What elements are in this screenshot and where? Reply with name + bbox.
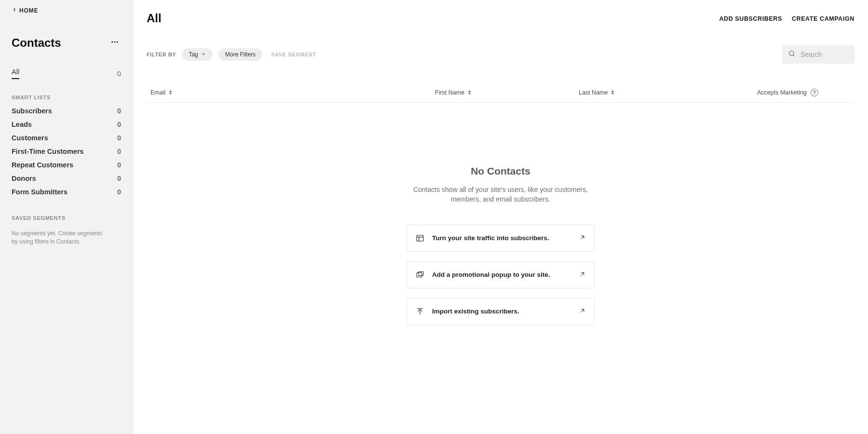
sidebar-item-count: 0 <box>117 148 121 155</box>
sidebar-item-all[interactable]: All 0 <box>12 65 121 82</box>
sidebar-item-label: All <box>12 68 19 79</box>
sidebar-item-leads[interactable]: Leads 0 <box>12 118 121 131</box>
action-card-import-subscribers[interactable]: Import existing subscribers. <box>407 298 595 325</box>
main-header: All ADD SUBSCRIBERS CREATE CAMPAIGN <box>147 12 854 25</box>
svg-point-3 <box>789 51 794 55</box>
sidebar-item-count: 0 <box>117 121 121 128</box>
svg-rect-16 <box>419 271 423 275</box>
sidebar-item-repeat-customers[interactable]: Repeat Customers 0 <box>12 158 121 172</box>
svg-marker-6 <box>169 93 172 95</box>
sidebar-item-label: Repeat Customers <box>12 161 73 169</box>
saved-segments-header: SAVED SEGMENTS <box>12 215 121 221</box>
arrow-up-right-icon <box>579 307 585 316</box>
svg-point-0 <box>111 41 113 43</box>
filter-row: FILTER BY Tag More Filters SAVE SEGMENT <box>147 45 854 64</box>
help-icon[interactable]: ? <box>811 89 818 96</box>
sidebar-title-row: Contacts <box>12 36 121 50</box>
home-link-label: HOME <box>19 7 38 14</box>
action-card-promo-popup[interactable]: Add a promotional popup to your site. <box>407 261 595 288</box>
chevron-down-icon <box>201 51 206 58</box>
action-card-label: Import existing subscribers. <box>432 308 571 315</box>
search-box[interactable] <box>782 45 854 64</box>
sidebar-item-count: 0 <box>117 161 121 169</box>
column-header-first-name[interactable]: First Name <box>435 89 579 96</box>
upload-icon <box>416 307 424 316</box>
filter-controls: FILTER BY Tag More Filters SAVE SEGMENT <box>147 48 316 61</box>
sidebar-item-subscribers[interactable]: Subscribers 0 <box>12 104 121 118</box>
more-filters-chip[interactable]: More Filters <box>218 48 262 61</box>
svg-marker-10 <box>611 93 614 95</box>
svg-line-4 <box>793 55 795 56</box>
sidebar-item-label: Customers <box>12 134 48 142</box>
tag-filter-chip[interactable]: Tag <box>182 48 212 61</box>
svg-line-17 <box>581 272 584 276</box>
arrow-up-right-icon <box>579 271 585 279</box>
column-label: First Name <box>435 89 464 96</box>
empty-state-title: No Contacts <box>407 165 595 177</box>
filter-by-label: FILTER BY <box>147 52 176 57</box>
main: All ADD SUBSCRIBERS CREATE CAMPAIGN FILT… <box>133 0 868 434</box>
sidebar-item-first-time-customers[interactable]: First-Time Customers 0 <box>12 145 121 158</box>
column-label: Email <box>150 89 165 96</box>
dots-horizontal-icon <box>110 38 119 48</box>
svg-marker-9 <box>611 90 614 92</box>
sort-icon <box>610 89 615 96</box>
sidebar-item-label: Leads <box>12 121 32 128</box>
create-campaign-button[interactable]: CREATE CAMPAIGN <box>792 12 854 22</box>
sidebar-item-label: Donors <box>12 175 36 182</box>
sidebar-item-count: 0 <box>117 70 121 78</box>
column-header-last-name[interactable]: Last Name <box>579 89 757 96</box>
sidebar: HOME Contacts All 0 SMART LISTS Subscrib… <box>0 0 133 434</box>
column-header-accepts-marketing: Accepts Marketing ? <box>757 89 851 96</box>
save-segment-button[interactable]: SAVE SEGMENT <box>271 52 316 57</box>
action-card-label: Turn your site traffic into subscribers. <box>432 234 571 242</box>
svg-marker-8 <box>468 93 471 95</box>
sort-icon <box>467 89 472 96</box>
sidebar-item-donors[interactable]: Donors 0 <box>12 172 121 185</box>
chevron-left-icon <box>12 7 17 14</box>
column-header-email[interactable]: Email <box>150 89 435 96</box>
more-filters-label: More Filters <box>225 51 256 58</box>
smart-lists: Subscribers 0 Leads 0 Customers 0 First-… <box>12 104 121 199</box>
sidebar-item-form-submitters[interactable]: Form Submitters 0 <box>12 185 121 199</box>
search-input[interactable] <box>800 51 849 58</box>
empty-state-description: Contacts show all of your site's users, … <box>407 185 595 204</box>
home-link[interactable]: HOME <box>12 7 121 14</box>
popup-icon <box>416 271 424 279</box>
sidebar-title: Contacts <box>12 36 61 50</box>
sidebar-more-button[interactable] <box>108 37 121 49</box>
action-card-label: Add a promotional popup to your site. <box>432 271 571 278</box>
sidebar-item-label: First-Time Customers <box>12 148 84 155</box>
sort-icon <box>168 89 173 96</box>
arrow-up-right-icon <box>579 234 585 243</box>
empty-state: No Contacts Contacts show all of your si… <box>407 165 595 335</box>
svg-rect-15 <box>417 272 422 277</box>
sidebar-item-label: Form Submitters <box>12 188 68 196</box>
svg-rect-11 <box>417 235 423 241</box>
sidebar-item-count: 0 <box>117 188 121 196</box>
table-header: Email First Name Last Name Accepts Marke… <box>147 83 854 103</box>
svg-point-2 <box>117 41 118 43</box>
tag-filter-label: Tag <box>189 51 198 58</box>
page-title: All <box>147 12 162 25</box>
sidebar-item-count: 0 <box>117 107 121 115</box>
sidebar-item-customers[interactable]: Customers 0 <box>12 131 121 145</box>
add-subscribers-button[interactable]: ADD SUBSCRIBERS <box>719 12 782 22</box>
header-actions: ADD SUBSCRIBERS CREATE CAMPAIGN <box>719 12 854 22</box>
layout-icon <box>416 234 424 243</box>
smart-lists-header: SMART LISTS <box>12 95 121 100</box>
column-label: Accepts Marketing <box>757 89 807 96</box>
svg-point-1 <box>114 41 116 43</box>
saved-segments-note: No segments yet. Create segments by usin… <box>12 230 108 246</box>
svg-marker-7 <box>468 90 471 92</box>
column-label: Last Name <box>579 89 608 96</box>
sidebar-item-label: Subscribers <box>12 107 52 115</box>
search-icon <box>788 50 796 59</box>
sidebar-item-count: 0 <box>117 175 121 182</box>
sidebar-item-count: 0 <box>117 134 121 142</box>
action-card-traffic-subscribers[interactable]: Turn your site traffic into subscribers. <box>407 225 595 252</box>
svg-line-14 <box>581 236 584 239</box>
svg-line-20 <box>581 309 584 312</box>
svg-marker-5 <box>169 90 172 92</box>
